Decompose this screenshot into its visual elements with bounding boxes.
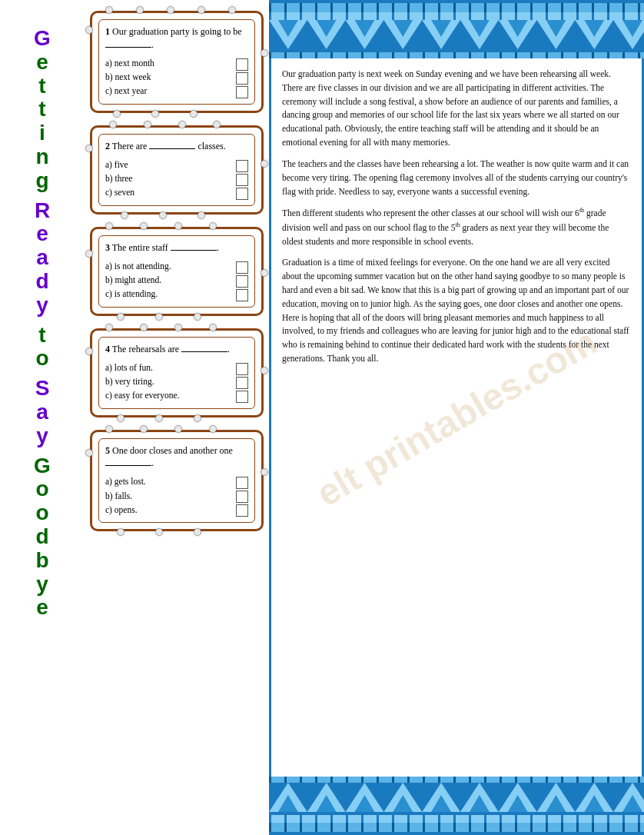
cotton-dot [155, 414, 163, 422]
triangle-row-bottom [269, 783, 644, 812]
cotton-dot [85, 250, 93, 258]
cotton-dot [113, 110, 121, 118]
question-3-card: 3 The entire staff . a) is not attending… [90, 227, 264, 316]
title-letter-e2: e [36, 222, 48, 246]
stripe-row-b1 [269, 777, 644, 783]
q3-checkbox-1[interactable] [236, 261, 248, 274]
q2-checkbox-2[interactable] [236, 174, 248, 186]
bottom-decoration [269, 777, 644, 835]
reading-paragraph-2: The teachers and the classes have been r… [282, 158, 631, 198]
title-letter-e1: e [36, 51, 48, 75]
q2-checkbox-3[interactable] [236, 188, 248, 200]
question-1-text: 1 Our graduation party is going to be . [105, 25, 248, 52]
q5-checkbox-1[interactable] [236, 477, 248, 489]
q4-option-c: c) easy for everyone. [105, 388, 179, 402]
reading-area: elt printables.com Our graduation party … [269, 58, 644, 777]
cotton-dot [117, 313, 124, 321]
cotton-dot [85, 145, 93, 152]
title-letter-t1: t [38, 75, 45, 98]
cotton-dot [174, 222, 182, 230]
q3-checkbox-3[interactable] [236, 289, 248, 301]
cotton-dot [261, 468, 268, 476]
title-letter-o: o [35, 347, 48, 371]
q4-checkbox-1[interactable] [236, 363, 248, 375]
title-letter-o3: o [35, 501, 48, 525]
question-3-number: 3 [105, 242, 110, 253]
cotton-dot [155, 528, 163, 536]
q5-checkbox-3[interactable] [236, 504, 248, 517]
question-4-card: 4 The rehearsals are . a) lots of fun. b… [90, 328, 264, 418]
cotton-dot [194, 313, 201, 321]
title-letter-i: i [39, 121, 45, 145]
question-2-checkboxes [236, 160, 248, 200]
cotton-dot [109, 121, 117, 128]
q1-option-c: c) next year [105, 84, 154, 98]
q2-checkbox-1[interactable] [236, 160, 248, 172]
question-4-checkboxes [236, 363, 248, 403]
stripe-row-2 [269, 12, 644, 20]
title-letter-d2: d [35, 525, 48, 549]
question-2-number: 2 [105, 141, 110, 151]
cotton-dot [117, 528, 124, 536]
q4-option-b: b) very tiring. [105, 374, 179, 388]
cotton-dot [174, 324, 182, 331]
cotton-dot [198, 6, 205, 14]
cotton-dot [174, 425, 182, 433]
title-letter-S: S [35, 377, 50, 401]
title-letter-g: g [35, 169, 48, 193]
q4-checkbox-3[interactable] [236, 391, 248, 403]
title-letter-G: G [34, 27, 51, 51]
cotton-dot [140, 425, 148, 433]
cotton-dot [194, 414, 201, 422]
cotton-dot [105, 222, 113, 230]
question-2-text: 2 There are classes. [105, 140, 248, 153]
cotton-dot [209, 425, 217, 433]
question-3-options: a) is not attending. b) might attend. c)… [105, 259, 171, 301]
question-2-card: 2 There are classes. a) five b) three c)… [90, 125, 264, 215]
title-letter-t2: t [38, 98, 45, 121]
q3-option-b: b) might attend. [105, 273, 171, 287]
cotton-dot [167, 6, 174, 14]
reading-column: elt printables.com Our graduation party … [269, 0, 644, 835]
q1-checkbox-1[interactable] [236, 58, 248, 71]
question-5-number: 5 [105, 445, 110, 456]
cotton-dot [155, 313, 163, 321]
cotton-dot [105, 6, 113, 14]
q3-checkbox-2[interactable] [236, 275, 248, 288]
q4-checkbox-2[interactable] [236, 377, 248, 389]
title-letter-d: d [35, 270, 48, 294]
question-2-options: a) five b) three c) seven [105, 158, 134, 200]
cotton-dot [159, 211, 167, 219]
cotton-dot [85, 26, 93, 34]
cotton-dot [151, 110, 159, 118]
cotton-dot [121, 211, 128, 219]
stripe-row-1 [269, 3, 644, 12]
reading-paragraph-4: Graduation is a time of mixed feelings f… [282, 256, 631, 366]
title-letter-o2: o [35, 477, 48, 501]
cotton-dot [209, 324, 217, 331]
question-4-text: 4 The rehearsals are . [105, 343, 248, 356]
cotton-dot [117, 414, 124, 422]
question-5-options: a) gets lost. b) falls. c) opens. [105, 474, 146, 517]
title-letter-a: a [36, 246, 48, 270]
question-4-number: 4 [105, 344, 110, 354]
cotton-dot [136, 6, 144, 14]
questions-column: 1 Our graduation party is going to be . … [85, 0, 269, 835]
question-1-number: 1 [105, 26, 110, 37]
triangle-row-top [269, 20, 644, 49]
question-1-card: 1 Our graduation party is going to be . … [90, 11, 264, 113]
cotton-dot [194, 528, 201, 536]
q5-checkbox-2[interactable] [236, 491, 248, 503]
cotton-dot [85, 449, 93, 457]
question-4-options: a) lots of fun. b) very tiring. c) easy … [105, 361, 179, 403]
q1-checkbox-3[interactable] [236, 86, 248, 98]
question-3-checkboxes [236, 261, 248, 301]
cotton-dot [105, 324, 113, 331]
cotton-dot [85, 348, 93, 355]
cotton-dot [261, 49, 268, 57]
cotton-dot [209, 222, 217, 230]
question-5-text: 5 One door closes and another one . [105, 444, 248, 471]
title-letter-y: y [36, 294, 48, 318]
title-letter-b: b [35, 549, 48, 573]
q1-checkbox-2[interactable] [236, 72, 248, 85]
